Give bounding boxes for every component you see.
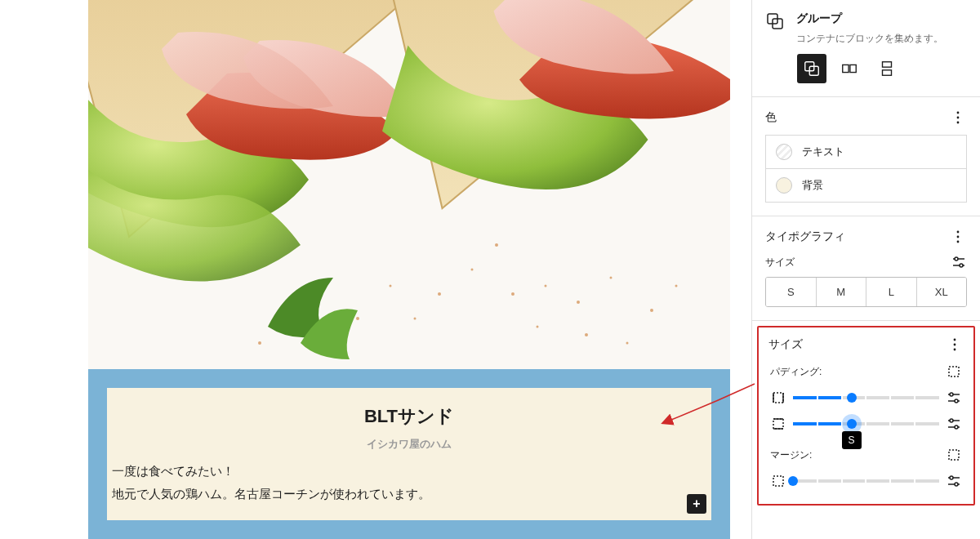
color-background-row[interactable]: 背景 (765, 169, 967, 203)
margin-all-icon[interactable] (770, 473, 786, 489)
group-block[interactable]: BLTサンド イシカワ屋のハム 一度は食べてみたい！ 地元で人気の鶏ハム。名古屋… (88, 369, 730, 539)
editor-canvas: BLTサンド イシカワ屋のハム 一度は食べてみたい！ 地元で人気の鶏ハム。名古屋… (0, 0, 751, 539)
padding-h-custom-toggle[interactable] (946, 390, 962, 406)
svg-rect-25 (883, 62, 892, 67)
font-size-s[interactable]: S (766, 278, 817, 306)
color-options-menu[interactable] (949, 109, 967, 127)
svg-point-60 (955, 483, 958, 486)
padding-value-bubble: S (842, 431, 862, 449)
svg-point-34 (955, 257, 958, 261)
svg-rect-40 (949, 367, 959, 376)
svg-point-8 (471, 269, 474, 271)
block-variation-picker (752, 54, 980, 96)
svg-point-4 (610, 277, 612, 279)
svg-rect-55 (949, 450, 959, 460)
svg-point-58 (950, 476, 953, 479)
variation-group[interactable] (797, 54, 826, 83)
color-text-row[interactable]: テキスト (765, 135, 967, 169)
featured-image (88, 0, 730, 369)
margin-slider[interactable] (793, 474, 939, 488)
svg-point-15 (258, 341, 261, 345)
padding-vertical-slider[interactable]: S (793, 416, 939, 431)
variation-row[interactable] (835, 54, 864, 83)
svg-point-18 (626, 342, 629, 345)
svg-point-17 (585, 333, 588, 336)
custom-size-toggle[interactable] (951, 254, 967, 270)
plus-icon: + (693, 497, 700, 511)
margin-sides-toggle[interactable] (946, 447, 962, 463)
add-block-button[interactable]: + (687, 494, 706, 514)
margin-custom-toggle[interactable] (946, 473, 962, 489)
svg-point-7 (495, 243, 498, 247)
svg-rect-24 (850, 65, 856, 72)
svg-point-1 (511, 292, 514, 296)
padding-horizontal-slider[interactable] (793, 390, 939, 405)
svg-point-54 (955, 425, 958, 429)
svg-point-11 (390, 285, 392, 287)
font-size-label: サイズ (765, 256, 795, 270)
padding-horizontal-icon[interactable] (770, 390, 786, 406)
svg-point-32 (957, 241, 960, 243)
card-title: BLTサンド (107, 404, 711, 429)
dimensions-section: サイズ パディング: (757, 326, 975, 506)
svg-point-5 (650, 309, 653, 312)
svg-point-30 (957, 231, 960, 234)
svg-point-10 (414, 318, 416, 320)
typography-section-heading: タイポグラフィ (765, 229, 845, 244)
svg-rect-48 (773, 419, 783, 429)
color-section-heading: 色 (765, 110, 777, 125)
inner-card: BLTサンド イシカワ屋のハム 一度は食べてみたい！ 地元で人気の鶏ハム。名古屋… (107, 388, 711, 520)
block-description: コンテナにブロックを集めます。 (796, 31, 967, 46)
svg-point-2 (545, 285, 547, 287)
svg-point-45 (950, 393, 953, 396)
padding-sides-toggle[interactable] (946, 363, 962, 380)
svg-point-36 (960, 264, 963, 267)
background-color-swatch (776, 177, 792, 194)
variation-stack[interactable] (872, 54, 902, 83)
svg-rect-56 (773, 476, 783, 486)
text-color-swatch (776, 144, 792, 160)
svg-rect-26 (883, 70, 892, 75)
color-background-label: 背景 (802, 178, 823, 193)
svg-point-9 (438, 292, 441, 296)
svg-point-28 (957, 117, 960, 119)
font-size-l[interactable]: L (866, 278, 917, 306)
svg-point-3 (577, 301, 580, 304)
svg-rect-41 (773, 393, 783, 403)
svg-rect-23 (843, 65, 849, 72)
svg-point-29 (957, 122, 960, 124)
font-size-m[interactable]: M (817, 278, 867, 306)
svg-point-52 (950, 419, 953, 422)
padding-vertical-icon[interactable] (770, 416, 786, 432)
font-size-segmented: S M L XL (765, 277, 967, 307)
svg-point-38 (954, 344, 956, 346)
svg-point-31 (957, 236, 960, 238)
settings-sidebar: グループ コンテナにブロックを集めます。 色 (751, 0, 980, 539)
font-size-xl[interactable]: XL (917, 278, 967, 306)
svg-point-6 (675, 285, 678, 287)
card-subtitle: イシカワ屋のハム (107, 437, 711, 452)
svg-point-37 (954, 339, 956, 341)
padding-v-custom-toggle[interactable] (946, 416, 962, 432)
block-title: グループ (796, 11, 967, 26)
padding-label: パディング: (770, 365, 822, 379)
svg-point-27 (957, 112, 960, 114)
dimensions-heading: サイズ (768, 337, 803, 352)
svg-point-47 (955, 399, 958, 403)
typography-options-menu[interactable] (949, 228, 967, 246)
color-text-label: テキスト (802, 145, 844, 159)
svg-point-12 (356, 317, 359, 320)
group-icon (765, 11, 785, 31)
dimensions-options-menu[interactable] (946, 336, 964, 354)
card-body: 一度は食べてみたい！ 地元で人気の鶏ハム。名古屋コーチンが使われています。 (107, 452, 711, 506)
svg-point-39 (954, 349, 956, 351)
margin-label: マージン: (770, 448, 812, 462)
svg-point-16 (537, 326, 539, 328)
